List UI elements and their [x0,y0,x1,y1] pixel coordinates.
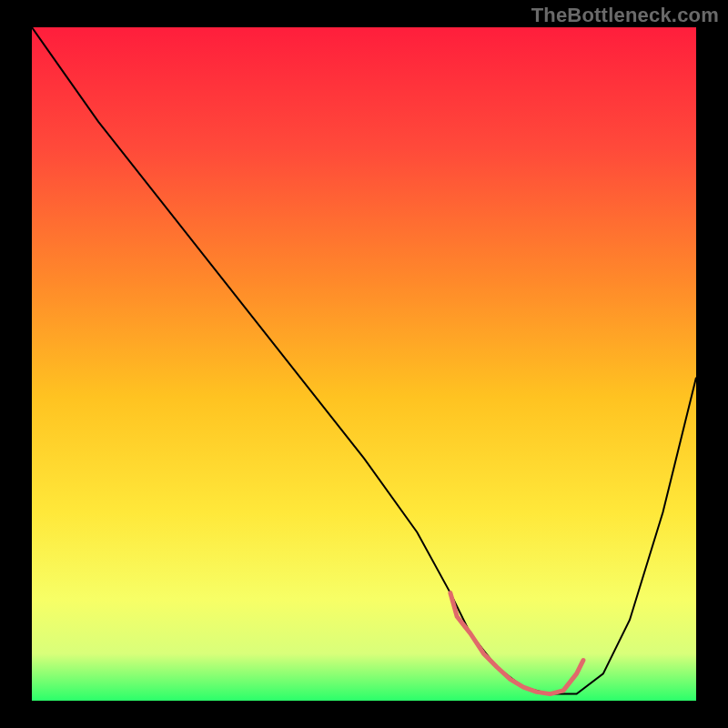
watermark-text: TheBottleneck.com [531,4,719,27]
gradient-background [32,27,696,701]
plot-area [32,27,696,701]
chart-frame: TheBottleneck.com [0,0,728,728]
chart-svg [32,27,696,701]
